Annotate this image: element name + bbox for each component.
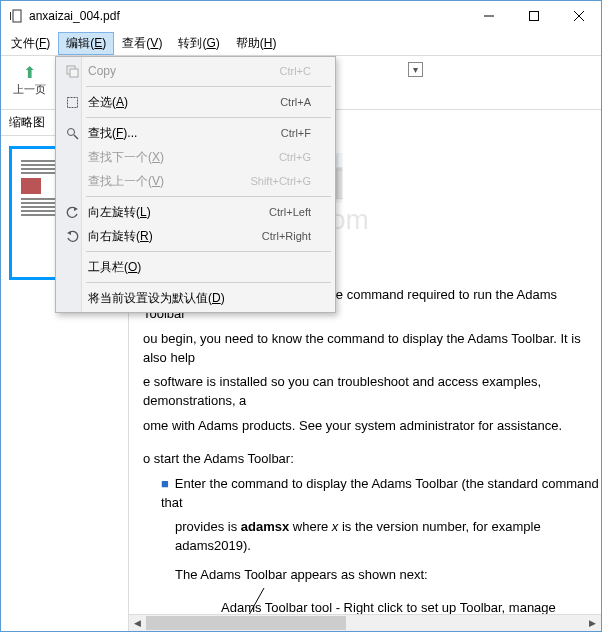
menu-separator [86, 86, 331, 87]
arrow-up-icon: ⬆ [20, 62, 40, 82]
minimize-button[interactable] [466, 1, 511, 31]
menu-find-next[interactable]: 查找下一个(X) Ctrl+G [58, 145, 333, 169]
doc-heading: o start the Adams Toolbar: [143, 450, 601, 469]
menu-toolbar[interactable]: 工具栏(O) [58, 255, 333, 279]
doc-bullet: ■Enter the command to display the Adams … [161, 475, 601, 513]
select-all-icon [64, 94, 80, 110]
menu-set-default[interactable]: 将当前设置设为默认值(D) [58, 286, 333, 310]
rotate-right-icon [64, 228, 80, 244]
menu-edit[interactable]: 编辑(E) [58, 32, 114, 55]
horizontal-scrollbar[interactable]: ◀ ▶ [129, 614, 601, 631]
menu-select-all[interactable]: 全选(A) Ctrl+A [58, 90, 333, 114]
svg-rect-12 [67, 97, 77, 107]
svg-point-13 [67, 128, 74, 135]
scroll-right-button[interactable]: ▶ [584, 615, 601, 631]
svg-rect-3 [529, 12, 538, 21]
copy-icon [64, 63, 80, 79]
menu-goto[interactable]: 转到(G) [170, 32, 227, 55]
svg-marker-16 [67, 231, 71, 235]
prev-page-label: 上一页 [13, 82, 46, 97]
svg-rect-11 [70, 69, 78, 77]
annotation-arrow [239, 588, 269, 614]
scroll-left-button[interactable]: ◀ [129, 615, 146, 631]
menu-find-prev[interactable]: 查找上一个(V) Shift+Ctrl+G [58, 169, 333, 193]
menu-help[interactable]: 帮助(H) [228, 32, 285, 55]
search-icon [64, 125, 80, 141]
menu-separator [86, 196, 331, 197]
maximize-button[interactable] [511, 1, 556, 31]
svg-rect-0 [10, 12, 11, 20]
menu-file[interactable]: 文件(F) [3, 32, 58, 55]
menu-view[interactable]: 查看(V) [114, 32, 170, 55]
menu-rotate-left[interactable]: 向左旋转(L) Ctrl+Left [58, 200, 333, 224]
svg-line-6 [245, 588, 264, 614]
doc-text: ou begin, you need to know the command t… [143, 330, 601, 368]
doc-text: ome with Adams products. See your system… [143, 417, 601, 436]
prev-page-button[interactable]: ⬆ 上一页 [7, 60, 52, 99]
titlebar: anxaizai_004.pdf [1, 1, 601, 31]
rotate-left-icon [64, 204, 80, 220]
menu-separator [86, 117, 331, 118]
window-title: anxaizai_004.pdf [29, 9, 466, 23]
menu-find[interactable]: 查找(F)... Ctrl+F [58, 121, 333, 145]
menu-separator [86, 251, 331, 252]
doc-text: e software is installed so you can troub… [143, 373, 601, 411]
menu-separator [86, 282, 331, 283]
doc-text: provides is adamsx where x is the versio… [175, 518, 601, 556]
close-button[interactable] [556, 1, 601, 31]
menubar: 文件(F) 编辑(E) 查看(V) 转到(G) 帮助(H) [1, 31, 601, 56]
doc-caption: Adams Toolbar tool - Right click to set … [221, 599, 601, 614]
svg-rect-1 [13, 10, 21, 22]
edit-menu-dropdown: Copy Ctrl+C 全选(A) Ctrl+A 查找(F)... Ctrl+F… [55, 56, 336, 313]
menu-rotate-right[interactable]: 向右旋转(R) Ctrl+Right [58, 224, 333, 248]
svg-marker-15 [74, 207, 78, 211]
scroll-thumb[interactable] [146, 616, 346, 630]
doc-text: The Adams Toolbar appears as shown next: [175, 566, 601, 585]
app-icon [9, 9, 23, 23]
svg-line-14 [74, 135, 78, 139]
toolbar-dropdown-indicator[interactable]: ▾ [408, 62, 423, 77]
menu-copy[interactable]: Copy Ctrl+C [58, 59, 333, 83]
